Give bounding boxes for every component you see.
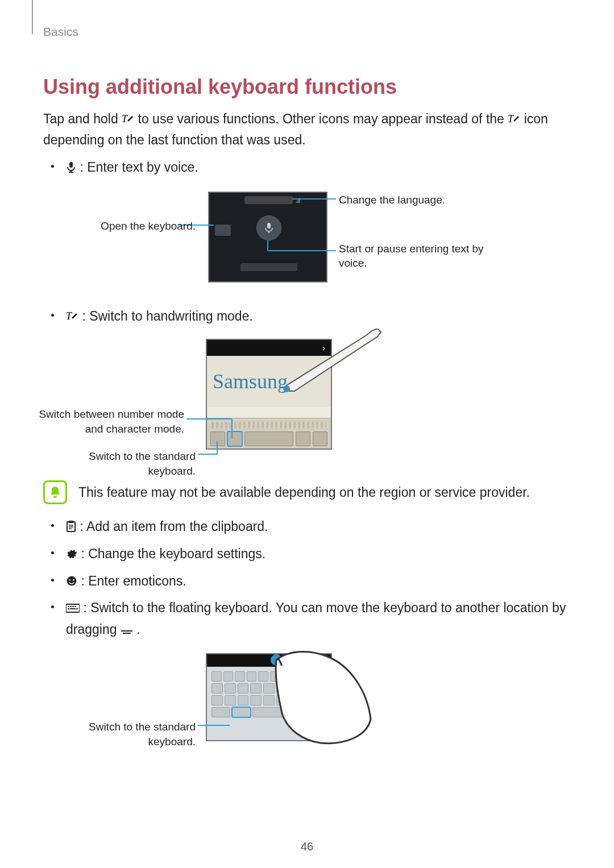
bullet-floating-post: . xyxy=(136,622,140,637)
page-margin-rule xyxy=(32,0,33,34)
voice-tap-to-speak xyxy=(240,263,297,271)
mic-icon xyxy=(66,159,76,179)
svg-rect-30 xyxy=(74,606,76,607)
svg-rect-28 xyxy=(70,606,72,607)
handwriting-enter xyxy=(313,431,327,446)
svg-rect-5 xyxy=(267,223,271,229)
floating-std-kb-button xyxy=(232,707,251,717)
voice-language-arrow xyxy=(296,197,300,203)
svg-rect-2 xyxy=(69,162,73,168)
bullet-handwriting-text: : Switch to handwriting mode. xyxy=(82,309,252,323)
callout-switch-std-kb-2: Switch to the standard keyboard. xyxy=(43,720,196,749)
svg-rect-27 xyxy=(68,606,69,607)
list-item: : Enter text by voice. xyxy=(43,157,571,179)
svg-point-13 xyxy=(283,385,290,392)
bullet-emoticons-text: : Enter emoticons. xyxy=(81,574,186,588)
t-pen-icon: T xyxy=(508,110,520,130)
svg-rect-29 xyxy=(72,606,74,607)
note-text: This feature may not be available depend… xyxy=(78,485,530,500)
list-item: : Switch to the floating keyboard. You c… xyxy=(43,598,571,641)
page-number: 46 xyxy=(0,840,614,853)
handwriting-kb-toggle xyxy=(210,431,225,446)
list-item: : Enter emoticons. xyxy=(43,571,571,593)
svg-text:T: T xyxy=(66,310,73,322)
callout-switch-std-kb: Switch to the standard keyboard. xyxy=(43,449,196,478)
voice-figure: Open the keyboard. Change the language. … xyxy=(43,189,571,292)
voice-screenshot xyxy=(208,192,327,283)
callout-start-pause-voice: Start or pause entering text by voice. xyxy=(339,242,509,271)
callout-change-language: Change the language. xyxy=(339,193,445,207)
list-item: T : Switch to handwriting mode. xyxy=(43,306,571,328)
callout-open-keyboard: Open the keyboard. xyxy=(101,219,196,234)
svg-rect-33 xyxy=(76,608,78,609)
drag-handle-icon xyxy=(121,621,133,641)
gear-icon xyxy=(66,545,77,566)
t-pen-icon: T xyxy=(66,308,78,328)
handwriting-space xyxy=(244,431,293,446)
section-heading: Using additional keyboard functions xyxy=(43,75,571,99)
svg-text:T: T xyxy=(122,113,128,124)
hand-pointer-icon xyxy=(254,645,384,753)
note-icon xyxy=(43,480,67,504)
emoticon-icon xyxy=(66,572,77,593)
intro-text-mid: to use various functions. Other icons ma… xyxy=(138,111,508,126)
breadcrumb: Basics xyxy=(43,25,571,39)
handwriting-mode-toggle xyxy=(227,431,242,446)
list-item: : Change the keyboard settings. xyxy=(43,544,571,566)
bullet-floating-pre: : Switch to the floating keyboard. You c… xyxy=(66,600,566,637)
intro-text-pre: Tap and hold xyxy=(43,111,122,126)
handwriting-backspace xyxy=(296,431,310,446)
bullet-clipboard-text: : Add an item from the clipboard. xyxy=(80,519,268,534)
clipboard-icon xyxy=(66,518,76,538)
svg-rect-19 xyxy=(69,521,73,523)
note-row: This feature may not be available depend… xyxy=(43,480,571,504)
svg-point-24 xyxy=(69,579,70,581)
voice-keyboard-button xyxy=(215,225,231,236)
list-item: : Add an item from the clipboard. xyxy=(43,517,571,538)
bullet-voice-text: : Enter text by voice. xyxy=(80,160,198,175)
handwriting-toolbar xyxy=(207,418,331,448)
svg-point-25 xyxy=(73,579,74,581)
svg-point-23 xyxy=(67,576,77,585)
t-pen-icon: T xyxy=(122,110,134,130)
bullet-settings-text: : Change the keyboard settings. xyxy=(81,546,265,561)
floating-keyboard-icon xyxy=(66,599,80,620)
voice-language-bar xyxy=(244,196,293,204)
floating-figure: › Switch to the standard keyboard. xyxy=(43,651,571,756)
svg-rect-31 xyxy=(68,608,69,609)
svg-marker-12 xyxy=(287,329,381,391)
intro-paragraph: Tap and hold T to use various functions.… xyxy=(43,109,571,149)
callout-switch-num-char: Switch between number mode and character… xyxy=(36,407,184,436)
handwriting-sample-text: Samsung xyxy=(213,369,288,393)
handwriting-figure: › Samsung S xyxy=(43,338,571,466)
svg-text:T: T xyxy=(508,113,515,124)
svg-rect-32 xyxy=(70,608,76,609)
voice-mic-button xyxy=(256,215,281,240)
stylus-icon xyxy=(281,329,389,397)
